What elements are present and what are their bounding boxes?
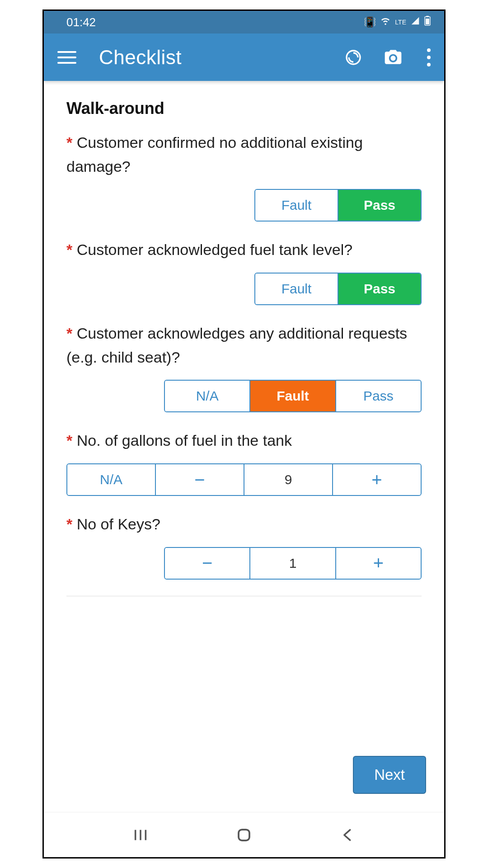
checklist-content: Walk-around * Customer confirmed no addi… (44, 81, 444, 733)
question-damage: * Customer confirmed no additional exist… (66, 131, 422, 178)
sync-icon[interactable] (343, 47, 364, 68)
camera-icon[interactable] (383, 47, 404, 68)
home-icon[interactable] (230, 821, 258, 849)
pass-button[interactable]: Pass (338, 190, 421, 221)
fault-button[interactable]: Fault (255, 190, 338, 221)
lte-icon: LTE (395, 19, 406, 26)
next-button[interactable]: Next (353, 756, 426, 794)
recents-icon[interactable] (127, 821, 154, 849)
fault-button[interactable]: Fault (255, 274, 338, 304)
required-marker: * (66, 325, 72, 342)
svg-rect-1 (426, 16, 429, 17)
menu-icon[interactable] (57, 48, 76, 67)
stepper-gallons: N/A − 9 + (66, 463, 422, 496)
toggle-group-fuel-level: Fault Pass (254, 273, 422, 305)
toggle-group-damage: Fault Pass (254, 189, 422, 222)
required-marker: * (66, 134, 72, 151)
back-icon[interactable] (334, 821, 361, 849)
divider (66, 596, 422, 596)
status-icons: 📳 LTE (364, 16, 431, 28)
question-text: * Customer confirmed no additional exist… (66, 131, 422, 178)
pass-button[interactable]: Pass (338, 274, 421, 304)
battery-icon (424, 16, 431, 28)
toggle-group-requests: N/A Fault Pass (164, 380, 422, 412)
question-text: * Customer acknowledged fuel tank level? (66, 238, 422, 262)
keys-value[interactable]: 1 (250, 548, 336, 579)
required-marker: * (66, 432, 72, 449)
device-frame: 01:42 📳 LTE Checklist (42, 9, 446, 859)
required-marker: * (66, 515, 72, 533)
pass-button[interactable]: Pass (336, 381, 421, 411)
increment-button[interactable]: + (333, 464, 421, 495)
page-title: Checklist (99, 46, 182, 69)
na-button[interactable]: N/A (165, 381, 250, 411)
decrement-button[interactable]: − (156, 464, 244, 495)
svg-rect-7 (239, 830, 249, 840)
footer: Next (44, 733, 444, 812)
question-text: * No. of gallons of fuel in the tank (66, 429, 422, 453)
decrement-button[interactable]: − (165, 548, 250, 579)
status-bar: 01:42 📳 LTE (44, 11, 444, 33)
svg-rect-2 (426, 19, 429, 24)
fault-button[interactable]: Fault (250, 381, 336, 411)
more-icon[interactable] (422, 48, 435, 66)
stepper-keys: − 1 + (164, 547, 422, 580)
question-text: * No of Keys? (66, 512, 422, 536)
status-time: 01:42 (66, 15, 96, 29)
question-keys: * No of Keys? (66, 512, 422, 536)
wifi-icon (380, 16, 390, 28)
vibrate-icon: 📳 (364, 16, 376, 28)
question-fuel-level: * Customer acknowledged fuel tank level? (66, 238, 422, 262)
question-additional-requests: * Customer acknowledges any additional r… (66, 321, 422, 369)
required-marker: * (66, 241, 72, 258)
gallons-value[interactable]: 9 (244, 464, 333, 495)
question-gallons: * No. of gallons of fuel in the tank (66, 429, 422, 453)
android-nav-bar (44, 812, 444, 857)
na-button[interactable]: N/A (67, 464, 156, 495)
app-bar: Checklist (44, 33, 444, 81)
signal-icon (411, 16, 420, 28)
question-text: * Customer acknowledges any additional r… (66, 321, 422, 369)
section-title: Walk-around (66, 99, 422, 118)
increment-button[interactable]: + (336, 548, 421, 579)
